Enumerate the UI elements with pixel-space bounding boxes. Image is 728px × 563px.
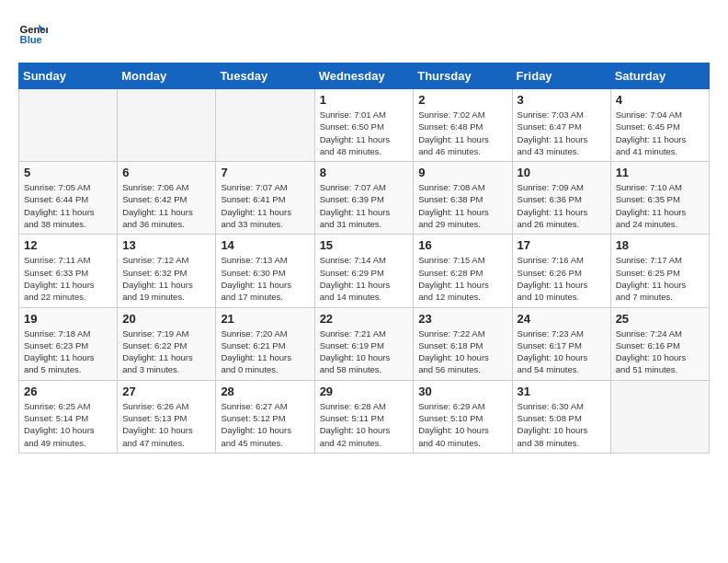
- svg-text:Blue: Blue: [20, 34, 42, 45]
- calendar-cell: 14Sunrise: 7:13 AM Sunset: 6:30 PM Dayli…: [216, 235, 314, 307]
- day-info: Sunrise: 7:03 AM Sunset: 6:47 PM Dayligh…: [518, 109, 606, 157]
- day-info: Sunrise: 7:06 AM Sunset: 6:42 PM Dayligh…: [122, 181, 210, 230]
- day-info: Sunrise: 7:04 AM Sunset: 6:45 PM Dayligh…: [616, 109, 704, 157]
- day-info: Sunrise: 7:11 AM Sunset: 6:33 PM Dayligh…: [24, 254, 112, 303]
- weekday-header-saturday: Saturday: [610, 63, 709, 89]
- day-info: Sunrise: 7:18 AM Sunset: 6:23 PM Dayligh…: [24, 327, 112, 376]
- day-info: Sunrise: 7:15 AM Sunset: 6:28 PM Dayligh…: [418, 254, 506, 303]
- week-row-1: 1Sunrise: 7:01 AM Sunset: 6:50 PM Daylig…: [19, 89, 710, 162]
- weekday-header-tuesday: Tuesday: [216, 63, 314, 89]
- page-header: General Blue: [18, 18, 710, 48]
- weekday-header-sunday: Sunday: [19, 63, 118, 89]
- day-number: 6: [122, 166, 210, 179]
- day-number: 5: [24, 166, 112, 179]
- day-info: Sunrise: 7:19 AM Sunset: 6:22 PM Dayligh…: [122, 327, 210, 376]
- weekday-header-monday: Monday: [118, 63, 216, 89]
- day-info: Sunrise: 7:23 AM Sunset: 6:17 PM Dayligh…: [518, 327, 606, 376]
- calendar-cell: 21Sunrise: 7:20 AM Sunset: 6:21 PM Dayli…: [216, 307, 314, 380]
- day-info: Sunrise: 7:13 AM Sunset: 6:30 PM Dayligh…: [221, 254, 309, 303]
- day-number: 11: [616, 166, 704, 179]
- calendar-cell: 10Sunrise: 7:09 AM Sunset: 6:36 PM Dayli…: [512, 162, 610, 235]
- day-number: 1: [320, 93, 409, 107]
- day-info: Sunrise: 7:02 AM Sunset: 6:48 PM Dayligh…: [418, 109, 506, 157]
- day-info: Sunrise: 7:01 AM Sunset: 6:50 PM Dayligh…: [320, 109, 409, 157]
- day-number: 4: [616, 93, 704, 107]
- day-info: Sunrise: 7:09 AM Sunset: 6:36 PM Dayligh…: [518, 181, 606, 230]
- calendar-cell: 23Sunrise: 7:22 AM Sunset: 6:18 PM Dayli…: [414, 307, 512, 380]
- calendar-cell: 12Sunrise: 7:11 AM Sunset: 6:33 PM Dayli…: [19, 235, 118, 307]
- calendar-cell: 8Sunrise: 7:07 AM Sunset: 6:39 PM Daylig…: [314, 162, 414, 235]
- weekday-header-row: SundayMondayTuesdayWednesdayThursdayFrid…: [19, 63, 710, 89]
- calendar-cell: 4Sunrise: 7:04 AM Sunset: 6:45 PM Daylig…: [610, 89, 709, 162]
- calendar-cell: 18Sunrise: 7:17 AM Sunset: 6:25 PM Dayli…: [610, 235, 709, 307]
- day-info: Sunrise: 6:30 AM Sunset: 5:08 PM Dayligh…: [518, 400, 606, 449]
- day-number: 3: [518, 93, 606, 107]
- day-number: 14: [221, 238, 309, 252]
- day-number: 29: [320, 385, 409, 398]
- calendar-cell: 31Sunrise: 6:30 AM Sunset: 5:08 PM Dayli…: [512, 380, 610, 453]
- logo: General Blue: [18, 18, 51, 48]
- week-row-2: 5Sunrise: 7:05 AM Sunset: 6:44 PM Daylig…: [19, 162, 710, 235]
- calendar-cell: 17Sunrise: 7:16 AM Sunset: 6:26 PM Dayli…: [512, 235, 610, 307]
- logo-icon: General Blue: [18, 18, 48, 48]
- day-info: Sunrise: 7:22 AM Sunset: 6:18 PM Dayligh…: [418, 327, 506, 376]
- day-number: 9: [418, 166, 506, 179]
- day-info: Sunrise: 7:07 AM Sunset: 6:41 PM Dayligh…: [221, 181, 309, 230]
- calendar-cell: 13Sunrise: 7:12 AM Sunset: 6:32 PM Dayli…: [118, 235, 216, 307]
- day-number: 7: [221, 166, 309, 179]
- calendar-cell: 6Sunrise: 7:06 AM Sunset: 6:42 PM Daylig…: [118, 162, 216, 235]
- day-number: 18: [616, 238, 704, 252]
- calendar-cell: [118, 89, 216, 162]
- day-info: Sunrise: 7:24 AM Sunset: 6:16 PM Dayligh…: [616, 327, 704, 376]
- calendar-cell: 25Sunrise: 7:24 AM Sunset: 6:16 PM Dayli…: [610, 307, 709, 380]
- day-number: 16: [418, 238, 506, 252]
- day-info: Sunrise: 6:27 AM Sunset: 5:12 PM Dayligh…: [221, 400, 309, 449]
- day-number: 2: [418, 93, 506, 107]
- calendar-cell: 16Sunrise: 7:15 AM Sunset: 6:28 PM Dayli…: [414, 235, 512, 307]
- day-number: 15: [320, 238, 409, 252]
- day-info: Sunrise: 7:12 AM Sunset: 6:32 PM Dayligh…: [122, 254, 210, 303]
- day-number: 21: [221, 312, 309, 326]
- calendar-cell: 15Sunrise: 7:14 AM Sunset: 6:29 PM Dayli…: [314, 235, 414, 307]
- day-number: 22: [320, 312, 409, 326]
- calendar-cell: 30Sunrise: 6:29 AM Sunset: 5:10 PM Dayli…: [414, 380, 512, 453]
- day-number: 28: [221, 385, 309, 398]
- weekday-header-thursday: Thursday: [414, 63, 512, 89]
- day-info: Sunrise: 7:14 AM Sunset: 6:29 PM Dayligh…: [320, 254, 409, 303]
- calendar-cell: [216, 89, 314, 162]
- calendar-cell: 5Sunrise: 7:05 AM Sunset: 6:44 PM Daylig…: [19, 162, 118, 235]
- calendar-cell: 26Sunrise: 6:25 AM Sunset: 5:14 PM Dayli…: [19, 380, 118, 453]
- calendar-cell: 3Sunrise: 7:03 AM Sunset: 6:47 PM Daylig…: [512, 89, 610, 162]
- day-info: Sunrise: 7:16 AM Sunset: 6:26 PM Dayligh…: [518, 254, 606, 303]
- day-info: Sunrise: 7:10 AM Sunset: 6:35 PM Dayligh…: [616, 181, 704, 230]
- day-number: 31: [518, 385, 606, 398]
- calendar-cell: 29Sunrise: 6:28 AM Sunset: 5:11 PM Dayli…: [314, 380, 414, 453]
- day-info: Sunrise: 7:17 AM Sunset: 6:25 PM Dayligh…: [616, 254, 704, 303]
- week-row-5: 26Sunrise: 6:25 AM Sunset: 5:14 PM Dayli…: [19, 380, 710, 453]
- day-info: Sunrise: 6:26 AM Sunset: 5:13 PM Dayligh…: [122, 400, 210, 449]
- day-number: 10: [518, 166, 606, 179]
- weekday-header-wednesday: Wednesday: [314, 63, 414, 89]
- day-info: Sunrise: 6:25 AM Sunset: 5:14 PM Dayligh…: [24, 400, 112, 449]
- day-info: Sunrise: 7:08 AM Sunset: 6:38 PM Dayligh…: [418, 181, 506, 230]
- calendar-cell: 22Sunrise: 7:21 AM Sunset: 6:19 PM Dayli…: [314, 307, 414, 380]
- day-info: Sunrise: 7:20 AM Sunset: 6:21 PM Dayligh…: [221, 327, 309, 376]
- calendar-cell: 9Sunrise: 7:08 AM Sunset: 6:38 PM Daylig…: [414, 162, 512, 235]
- calendar-cell: [610, 380, 709, 453]
- calendar-cell: 27Sunrise: 6:26 AM Sunset: 5:13 PM Dayli…: [118, 380, 216, 453]
- calendar-cell: 20Sunrise: 7:19 AM Sunset: 6:22 PM Dayli…: [118, 307, 216, 380]
- day-number: 26: [24, 385, 112, 398]
- day-number: 12: [24, 238, 112, 252]
- day-info: Sunrise: 6:28 AM Sunset: 5:11 PM Dayligh…: [320, 400, 409, 449]
- day-number: 27: [122, 385, 210, 398]
- week-row-4: 19Sunrise: 7:18 AM Sunset: 6:23 PM Dayli…: [19, 307, 710, 380]
- calendar-cell: 28Sunrise: 6:27 AM Sunset: 5:12 PM Dayli…: [216, 380, 314, 453]
- day-number: 30: [418, 385, 506, 398]
- day-number: 17: [518, 238, 606, 252]
- day-info: Sunrise: 7:05 AM Sunset: 6:44 PM Dayligh…: [24, 181, 112, 230]
- calendar-cell: 1Sunrise: 7:01 AM Sunset: 6:50 PM Daylig…: [314, 89, 414, 162]
- calendar-cell: [19, 89, 118, 162]
- calendar-cell: 19Sunrise: 7:18 AM Sunset: 6:23 PM Dayli…: [19, 307, 118, 380]
- calendar-cell: 7Sunrise: 7:07 AM Sunset: 6:41 PM Daylig…: [216, 162, 314, 235]
- day-number: 13: [122, 238, 210, 252]
